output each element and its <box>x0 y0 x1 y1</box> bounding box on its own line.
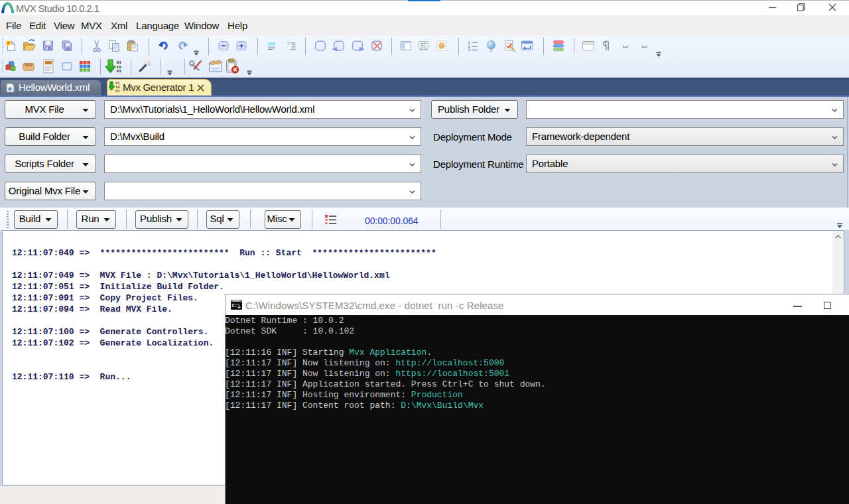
svg-text:?: ? <box>287 41 290 46</box>
svg-text:01: 01 <box>115 89 120 93</box>
svg-text:3: 3 <box>468 48 471 52</box>
svg-text:01: 01 <box>117 69 122 74</box>
